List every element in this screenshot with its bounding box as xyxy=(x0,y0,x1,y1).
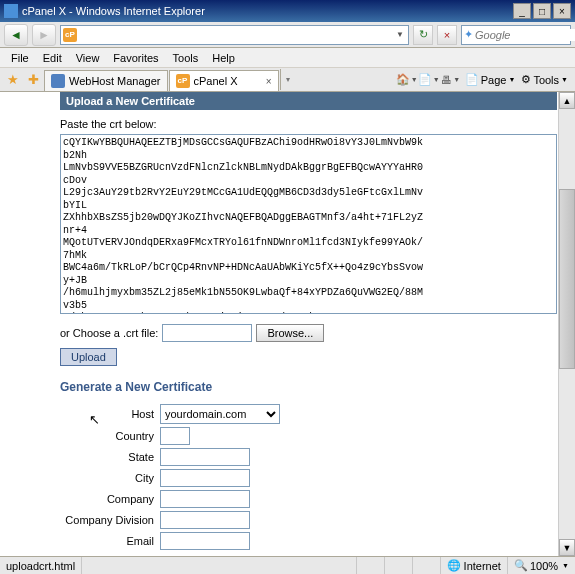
menu-help[interactable]: Help xyxy=(205,50,242,66)
tab-bar: ★ ✚ WebHost Manager cP cPanel X × ▾ 🏠▼ 📄… xyxy=(0,68,575,92)
host-select[interactable]: yourdomain.com xyxy=(160,404,280,424)
email-label: Email xyxy=(60,535,160,547)
search-input[interactable] xyxy=(475,29,575,41)
window-titlebar: cPanel X - Windows Internet Explorer _ □… xyxy=(0,0,575,22)
maximize-button[interactable]: □ xyxy=(533,3,551,19)
email-input[interactable] xyxy=(160,532,250,550)
company-input[interactable] xyxy=(160,490,250,508)
ie-icon xyxy=(4,4,18,18)
zoom-dropdown-icon[interactable]: ▼ xyxy=(562,562,569,569)
scroll-down-arrow[interactable]: ▼ xyxy=(559,539,575,556)
vertical-scrollbar[interactable]: ▲ ▼ xyxy=(558,92,575,556)
zone-label: Internet xyxy=(464,560,501,572)
menu-edit[interactable]: Edit xyxy=(36,50,69,66)
crt-file-input[interactable] xyxy=(162,324,252,342)
page-menu[interactable]: 📄Page▼ xyxy=(462,71,519,89)
globe-icon: 🌐 xyxy=(447,559,461,572)
division-label: Company Division xyxy=(60,514,160,526)
section-header-generate: Generate a New Certificate xyxy=(60,380,557,394)
state-label: State xyxy=(60,451,160,463)
tab-cpanel-x[interactable]: cP cPanel X × xyxy=(169,70,279,91)
stop-button[interactable]: × xyxy=(437,25,457,45)
search-box[interactable]: ✦ 🔍 xyxy=(461,25,571,45)
country-label: Country xyxy=(60,430,160,442)
feeds-icon[interactable]: 📄▼ xyxy=(419,71,439,89)
status-seg xyxy=(385,557,413,574)
favorites-center-icon[interactable]: ★ xyxy=(4,71,22,89)
status-seg xyxy=(413,557,441,574)
section-header-upload: Upload a New Certificate xyxy=(60,92,557,110)
zoom-icon: 🔍 xyxy=(514,559,528,572)
tab-webhost-manager[interactable]: WebHost Manager xyxy=(44,70,168,91)
scroll-thumb[interactable] xyxy=(559,189,575,369)
status-bar: uploadcrt.html 🌐 Internet 🔍 100% ▼ xyxy=(0,556,575,574)
city-label: City xyxy=(60,472,160,484)
new-tab-button[interactable]: ▾ xyxy=(280,69,296,90)
status-seg xyxy=(357,557,385,574)
tab-label: WebHost Manager xyxy=(69,75,161,87)
tab-close-icon[interactable]: × xyxy=(266,76,272,87)
cpanel-favicon: cP xyxy=(176,74,190,88)
window-title: cPanel X - Windows Internet Explorer xyxy=(22,5,511,17)
menu-favorites[interactable]: Favorites xyxy=(106,50,165,66)
minimize-button[interactable]: _ xyxy=(513,3,531,19)
address-bar[interactable]: cP ▼ xyxy=(60,25,409,45)
browse-button[interactable]: Browse... xyxy=(256,324,324,342)
country-input[interactable] xyxy=(160,427,190,445)
page-content: ▲ ▼ Upload a New Certificate Paste the c… xyxy=(0,92,575,556)
refresh-button[interactable]: ↻ xyxy=(413,25,433,45)
add-favorites-icon[interactable]: ✚ xyxy=(24,71,42,89)
print-icon[interactable]: 🖶▼ xyxy=(441,71,461,89)
security-zone[interactable]: 🌐 Internet xyxy=(441,557,508,574)
division-input[interactable] xyxy=(160,511,250,529)
menu-view[interactable]: View xyxy=(69,50,107,66)
cpanel-favicon: cP xyxy=(63,28,77,42)
back-button[interactable]: ◄ xyxy=(4,24,28,46)
state-input[interactable] xyxy=(160,448,250,466)
choose-file-label: or Choose a .crt file: xyxy=(60,327,158,339)
menu-file[interactable]: File xyxy=(4,50,36,66)
tools-menu[interactable]: ⚙Tools▼ xyxy=(518,71,571,89)
zoom-value: 100% xyxy=(530,560,558,572)
close-button[interactable]: × xyxy=(553,3,571,19)
menu-tools[interactable]: Tools xyxy=(166,50,206,66)
home-icon[interactable]: 🏠▼ xyxy=(397,71,417,89)
zoom-control[interactable]: 🔍 100% ▼ xyxy=(508,559,575,572)
menu-bar: File Edit View Favorites Tools Help xyxy=(0,48,575,68)
tab-label: cPanel X xyxy=(194,75,260,87)
crt-textarea[interactable] xyxy=(60,134,557,314)
address-dropdown-icon[interactable]: ▼ xyxy=(394,30,406,39)
paste-crt-label: Paste the crt below: xyxy=(60,118,557,130)
search-provider-icon: ✦ xyxy=(464,28,473,41)
city-input[interactable] xyxy=(160,469,250,487)
scroll-up-arrow[interactable]: ▲ xyxy=(559,92,575,109)
nav-toolbar: ◄ ► cP ▼ ↻ × ✦ 🔍 xyxy=(0,22,575,48)
company-label: Company xyxy=(60,493,160,505)
host-label: Host xyxy=(60,408,160,420)
whm-favicon xyxy=(51,74,65,88)
status-left: uploadcrt.html xyxy=(0,557,82,574)
status-seg xyxy=(329,557,357,574)
address-input[interactable] xyxy=(80,29,394,41)
upload-button[interactable]: Upload xyxy=(60,348,117,366)
forward-button[interactable]: ► xyxy=(32,24,56,46)
